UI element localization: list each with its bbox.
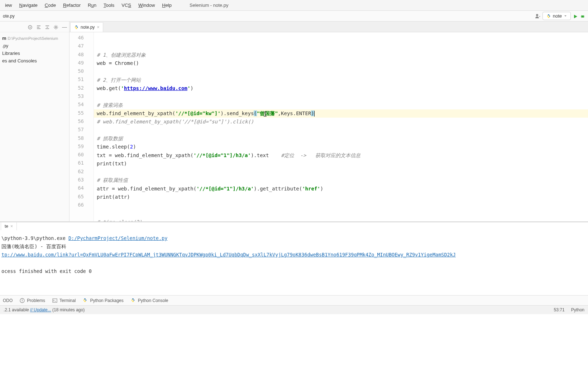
code-line[interactable]	[94, 168, 588, 176]
code-line[interactable]: # web.find_element_by_xpath('//*[@id="su…	[94, 118, 588, 126]
breadcrumb[interactable]: ote.py	[3, 14, 15, 19]
menu-tools[interactable]: Tools	[100, 1, 118, 9]
menu-view[interactable]: iew	[1, 1, 16, 9]
code-line[interactable]: time.sleep(2)	[94, 143, 588, 151]
run-output[interactable]: \python-3.9\python.exe D:/PycharmProject…	[0, 231, 588, 295]
code-line[interactable]	[94, 93, 588, 101]
close-icon[interactable]: ×	[97, 25, 99, 30]
code-line[interactable]: # 2、打开一个网站	[94, 76, 588, 84]
status-bar: .2.1 available // Update... (18 minutes …	[0, 305, 588, 314]
code-line[interactable]: web.get('https://www.baidu.com')	[94, 84, 588, 93]
editor-tabs: note.py ×	[70, 22, 588, 32]
code-line[interactable]	[94, 126, 588, 135]
menu-window[interactable]: Window	[135, 1, 158, 9]
code-line[interactable]: print(txt)	[94, 160, 588, 168]
status-message: .2.1 available // Update... (18 minutes …	[4, 307, 85, 312]
code-line[interactable]: # 搜索词条	[94, 101, 588, 109]
close-icon[interactable]: ×	[10, 224, 13, 229]
navigation-bar: ote.py note	[0, 11, 588, 22]
code-line[interactable]: attr = web.find_element_by_xpath('//*[@i…	[94, 185, 588, 193]
svg-point-6	[30, 27, 31, 28]
svg-point-0	[536, 14, 538, 16]
terminal-tab[interactable]: Terminal	[52, 298, 76, 303]
project-root[interactable]: mD:\PycharmProject\Selenium	[1, 34, 68, 42]
interpreter-label[interactable]: Python	[571, 307, 584, 312]
code-line[interactable]: # 抓取数据	[94, 135, 588, 143]
chevron-down-icon	[564, 15, 567, 18]
python-icon	[131, 298, 136, 303]
code-line[interactable]	[94, 210, 588, 218]
menu-vcs[interactable]: VCS	[118, 1, 135, 9]
tree-consoles[interactable]: es and Consoles	[1, 57, 68, 65]
run-cmd-prefix: \python-3.9\python.exe	[1, 235, 68, 241]
code-line[interactable]: txt = web.find_element_by_xpath('//*[@id…	[94, 151, 588, 160]
expand-icon[interactable]	[36, 24, 41, 29]
python-icon	[546, 14, 551, 18]
code-line[interactable]: # 获取属性值	[94, 176, 588, 184]
gear-icon[interactable]	[53, 24, 58, 29]
run-configuration-selector[interactable]: note	[542, 12, 571, 20]
svg-point-10	[22, 301, 23, 302]
collapse-icon[interactable]	[45, 24, 50, 29]
text-cursor-position: I	[263, 110, 267, 118]
window-title: Selenium - note.py	[190, 3, 228, 8]
python-file-icon	[74, 25, 78, 29]
code-line[interactable]: # time.sleep(2)	[94, 218, 588, 221]
tree-file-py[interactable]: .py	[1, 42, 68, 49]
packages-tab[interactable]: Python Packages	[83, 298, 123, 303]
cursor-position[interactable]: 53:71	[554, 307, 565, 312]
run-tab[interactable]: te ×	[1, 222, 17, 230]
fold-gutter	[91, 32, 94, 221]
menu-run[interactable]: Run	[84, 1, 100, 9]
project-tree[interactable]: mD:\PycharmProject\Selenium .py Librarie…	[0, 32, 69, 67]
menu-refactor[interactable]: Refactor	[59, 1, 84, 9]
menu-code[interactable]: Code	[41, 1, 59, 9]
code-line[interactable]: web.find_element_by_xpath('//*[@id="kw"]…	[94, 109, 588, 118]
run-tab-label: te	[5, 224, 8, 229]
code-line[interactable]	[94, 68, 588, 76]
problems-tab[interactable]: Problems	[20, 298, 45, 303]
user-icon[interactable]	[535, 13, 540, 19]
run-tool-window: te × \python-3.9\python.exe D:/PycharmPr…	[0, 221, 588, 295]
code-line[interactable]	[94, 201, 588, 209]
script-path-link[interactable]: D:/PycharmProject/Selenium/note.py	[68, 235, 167, 241]
line-number-gutter: 4647484950515253545556575859606162636465…	[70, 32, 91, 221]
todo-tab[interactable]: ODO	[3, 298, 13, 303]
code-editor[interactable]: 4647484950515253545556575859606162636465…	[70, 32, 588, 221]
code-line[interactable]: # 1、创建浏览器对象	[94, 51, 588, 59]
output-exit: ocess finished with exit code 0	[1, 267, 587, 275]
bottom-tool-bar: ODO Problems Terminal Python Packages Py…	[0, 295, 588, 305]
menu-bar: iew NNavigateavigate Code Refactor Run T…	[0, 0, 588, 11]
svg-rect-11	[53, 299, 57, 302]
menu-help[interactable]: Help	[158, 1, 175, 9]
tree-libraries[interactable]: Libraries	[1, 49, 68, 57]
target-icon[interactable]	[28, 24, 33, 29]
code-line[interactable]: print(attr)	[94, 193, 588, 201]
minimize-icon[interactable]: —	[62, 24, 67, 30]
warning-icon	[20, 298, 25, 303]
editor-tab-note[interactable]: note.py ×	[70, 22, 103, 32]
project-sidebar: — mD:\PycharmProject\Selenium .py Librar…	[0, 22, 70, 221]
code-line[interactable]: web = Chrome()	[94, 59, 588, 67]
run-button[interactable]	[573, 13, 578, 19]
output-link[interactable]: tp://www.baidu.com/link?url=QxFmVLU0aFwE…	[1, 252, 456, 258]
terminal-icon	[52, 298, 57, 303]
tab-label: note.py	[81, 25, 95, 30]
svg-point-7	[55, 27, 57, 28]
package-icon	[83, 298, 88, 303]
menu-navigate[interactable]: NNavigateavigate	[16, 1, 41, 9]
code-content[interactable]: I # 1、创建浏览器对象web = Chrome()# 2、打开一个网站web…	[94, 32, 588, 221]
editor-area: note.py × 464748495051525354555657585960…	[70, 22, 588, 221]
update-link[interactable]: // Update...	[30, 307, 51, 312]
run-config-name: note	[553, 13, 562, 19]
console-tab[interactable]: Python Console	[131, 298, 168, 303]
project-toolbar: —	[0, 22, 69, 32]
debug-button[interactable]	[580, 13, 585, 19]
output-line-title: 国藩(晚清名臣) - 百度百科	[1, 242, 587, 251]
